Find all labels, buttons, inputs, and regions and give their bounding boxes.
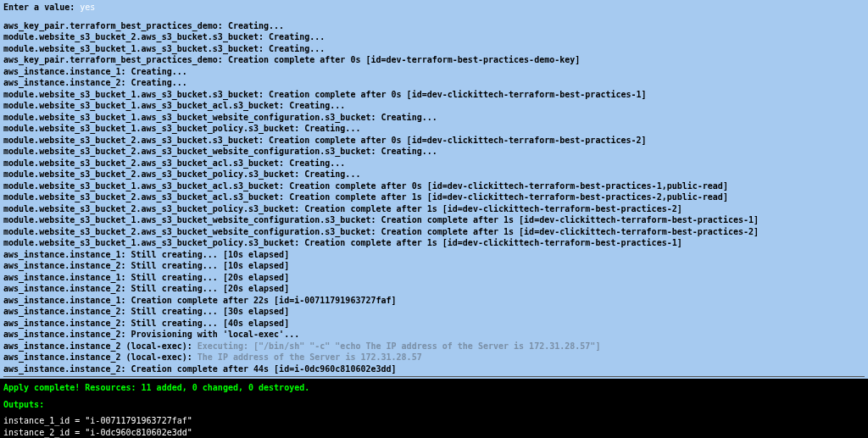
log-line: module.website_s3_bucket_2.aws_s3_bucket…: [3, 158, 865, 169]
log-line: aws_instance.instance_2: Still creating.…: [3, 318, 865, 330]
prompt-input-value: yes: [80, 3, 95, 12]
section-divider: [3, 376, 865, 377]
output-line: instance_1_id = "i-00711791963727faf": [3, 415, 865, 427]
log-line-exec: Executing: ["/bin/sh" "-c" "echo The IP …: [198, 341, 601, 351]
log-line: module.website_s3_bucket_1.aws_s3_bucket…: [3, 89, 865, 101]
log-line: module.website_s3_bucket_2.aws_s3_bucket…: [3, 226, 865, 238]
log-line: module.website_s3_bucket_2.aws_s3_bucket…: [3, 169, 865, 180]
log-line: module.website_s3_bucket_1.aws_s3_bucket…: [3, 214, 865, 226]
log-line: aws_instance.instance_2: Creation comple…: [3, 363, 865, 375]
log-line: module.website_s3_bucket_2.aws_s3_bucket…: [3, 191, 865, 203]
output-line: instance_2_id = "i-0dc960c810602e3dd": [3, 427, 865, 439]
log-line: aws_instance.instance_2 (local-exec): Th…: [3, 352, 865, 363]
log-line: aws_instance.instance_2: Still creating.…: [3, 283, 865, 295]
log-line: aws_instance.instance_2: Provisioning wi…: [3, 329, 865, 341]
outputs-list: instance_1_id = "i-00711791963727faf"ins…: [3, 415, 865, 438]
log-line: module.website_s3_bucket_2.aws_s3_bucket…: [3, 135, 865, 147]
terraform-output-bottom: Apply complete! Resources: 11 added, 0 c…: [0, 379, 868, 438]
enter-value-prompt: Enter a value: yes: [3, 2, 865, 14]
log-line-prefix: aws_instance.instance_2 (local-exec):: [3, 341, 198, 351]
prompt-label: Enter a value:: [3, 3, 80, 12]
log-line: aws_instance.instance_1: Creation comple…: [3, 295, 865, 307]
log-line: module.website_s3_bucket_1.aws_s3_bucket…: [3, 43, 865, 55]
log-line: aws_key_pair.terraform_best_practices_de…: [3, 20, 865, 32]
log-line: module.website_s3_bucket_2.aws_s3_bucket…: [3, 146, 865, 158]
log-line: aws_instance.instance_2: Still creating.…: [3, 306, 865, 318]
log-line: aws_instance.instance_2: Creating...: [3, 77, 865, 89]
log-line: aws_key_pair.terraform_best_practices_de…: [3, 54, 865, 66]
log-line: module.website_s3_bucket_1.aws_s3_bucket…: [3, 100, 865, 112]
log-line: module.website_s3_bucket_1.aws_s3_bucket…: [3, 180, 865, 192]
terraform-log-lines: aws_key_pair.terraform_best_practices_de…: [3, 20, 865, 375]
log-line-exec: The IP address of the Server is 172.31.2…: [198, 352, 422, 362]
log-line-prefix: aws_instance.instance_2 (local-exec):: [3, 352, 198, 362]
log-line: module.website_s3_bucket_2.aws_s3_bucket…: [3, 31, 865, 43]
log-line: aws_instance.instance_1: Still creating.…: [3, 272, 865, 284]
log-line: aws_instance.instance_2 (local-exec): Ex…: [3, 341, 865, 352]
log-line: module.website_s3_bucket_1.aws_s3_bucket…: [3, 237, 865, 249]
log-line: module.website_s3_bucket_2.aws_s3_bucket…: [3, 203, 865, 215]
log-line: module.website_s3_bucket_1.aws_s3_bucket…: [3, 112, 865, 124]
log-line: aws_instance.instance_1: Creating...: [3, 66, 865, 78]
outputs-header: Outputs:: [3, 399, 865, 411]
log-line: module.website_s3_bucket_1.aws_s3_bucket…: [3, 123, 865, 135]
log-line: aws_instance.instance_2: Still creating.…: [3, 260, 865, 272]
terraform-output-top: Enter a value: yes aws_key_pair.terrafor…: [0, 0, 868, 379]
apply-complete-line: Apply complete! Resources: 11 added, 0 c…: [3, 382, 865, 394]
log-line: aws_instance.instance_1: Still creating.…: [3, 249, 865, 261]
